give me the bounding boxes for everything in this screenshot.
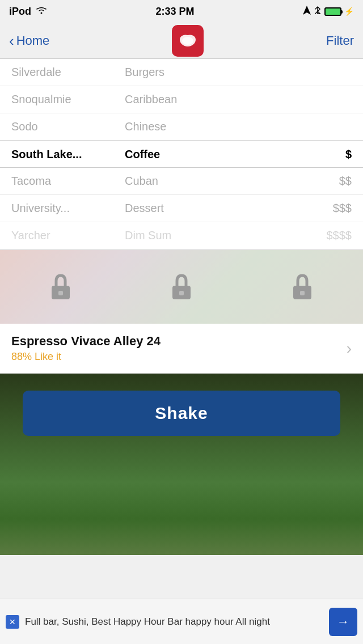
col-price: $$$$ [327, 229, 352, 242]
bluetooth-icon [314, 6, 321, 17]
col-cuisine: Dessert [125, 202, 333, 215]
svg-rect-6 [179, 291, 184, 295]
col-price: $ [345, 148, 352, 161]
svg-point-2 [182, 37, 193, 45]
col-neighborhood: Yarcher [11, 229, 125, 242]
app-logo [172, 25, 204, 57]
nav-bar: ‹ Home Filter [0, 23, 363, 59]
col-cuisine: Cuban [125, 175, 339, 188]
col-cuisine: Caribbean [125, 93, 352, 106]
svg-rect-8 [300, 291, 305, 295]
list-row[interactable]: Snoqualmie Caribbean [0, 86, 363, 113]
restaurant-chevron-icon: › [347, 340, 352, 358]
back-chevron-icon: ‹ [9, 33, 14, 48]
back-button[interactable]: ‹ Home [9, 33, 49, 48]
list-row[interactable]: University... Dessert $$$ [0, 195, 363, 222]
svg-marker-1 [303, 6, 311, 15]
svg-point-0 [41, 12, 43, 14]
col-neighborhood: Silverdale [11, 66, 125, 79]
ad-text: Full bar, Sushi, Best Happy Hour Bar hap… [25, 615, 323, 629]
status-bar: iPod 2:33 PM ⚡ [0, 0, 363, 23]
shake-button[interactable]: Shake [23, 391, 340, 436]
filter-button[interactable]: Filter [326, 33, 354, 48]
ad-banner: ✕ Full bar, Sushi, Best Happy Hour Bar h… [0, 599, 363, 644]
list-row[interactable]: Yarcher Dim Sum $$$$ [0, 222, 363, 249]
wifi-icon [36, 6, 47, 18]
list-row[interactable]: Silverdale Burgers [0, 59, 363, 86]
shake-area: Shake [0, 374, 363, 555]
col-cuisine: Burgers [125, 66, 352, 79]
ad-close-button[interactable]: ✕ [6, 615, 19, 629]
list-row[interactable]: Tacoma Cuban $$ [0, 168, 363, 195]
restaurant-info: Espresso Vivace Alley 24 88% Like it [11, 334, 347, 363]
back-label: Home [16, 33, 50, 48]
restaurant-card[interactable]: Espresso Vivace Alley 24 88% Like it › [0, 324, 363, 374]
col-cuisine: Dim Sum [125, 229, 327, 242]
list-row[interactable]: Sodo Chinese [0, 113, 363, 141]
status-time: 2:33 PM [155, 6, 194, 18]
col-cuisine: Chinese [125, 120, 352, 133]
battery-icon: ⚡ [324, 7, 354, 16]
col-neighborhood: Snoqualmie [11, 93, 125, 106]
location-icon [303, 6, 311, 17]
status-right: ⚡ [303, 6, 354, 17]
status-left: iPod [9, 6, 47, 18]
list-row-selected[interactable]: South Lake... Coffee $ [0, 141, 363, 168]
restaurant-rating: 88% Like it [11, 351, 347, 363]
col-neighborhood: South Lake... [11, 148, 125, 161]
unlock-section [0, 250, 363, 324]
col-price: $$ [339, 175, 352, 188]
filter-list: Silverdale Burgers Snoqualmie Caribbean … [0, 59, 363, 250]
restaurant-name: Espresso Vivace Alley 24 [11, 334, 347, 349]
col-neighborhood: University... [11, 202, 125, 215]
lock-icon-1 [48, 272, 73, 302]
device-label: iPod [9, 6, 31, 18]
col-cuisine: Coffee [125, 148, 345, 161]
lock-icon-2 [169, 272, 194, 302]
lock-icon-3 [290, 272, 315, 302]
ad-arrow-button[interactable]: → [329, 608, 357, 636]
col-price: $$$ [333, 202, 352, 215]
col-neighborhood: Tacoma [11, 175, 125, 188]
col-neighborhood: Sodo [11, 120, 125, 133]
svg-rect-4 [58, 291, 63, 295]
